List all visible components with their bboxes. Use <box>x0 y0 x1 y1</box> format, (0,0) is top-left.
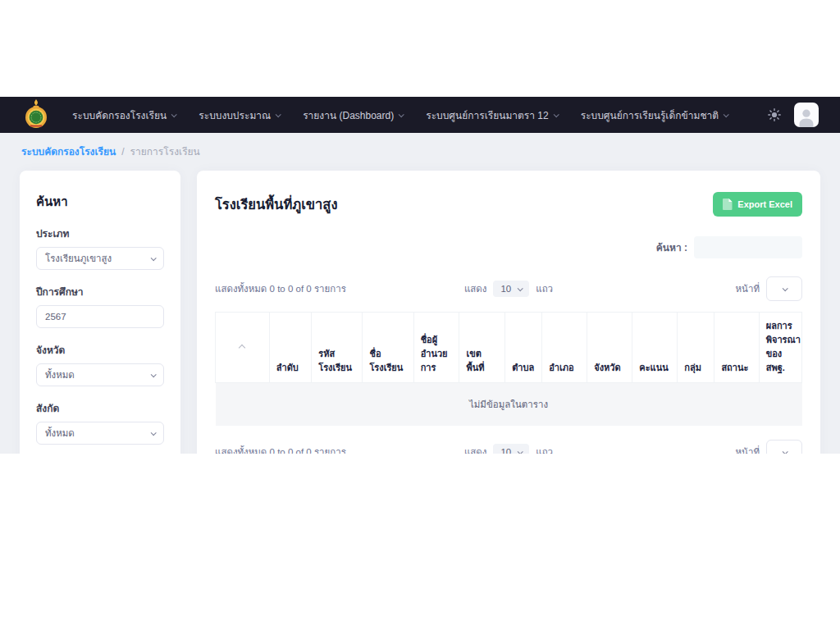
top-navbar: ระบบคัดกรองโรงเรียน ระบบงบประมาณ รายงาน … <box>0 97 840 133</box>
emblem-icon <box>22 98 50 131</box>
table-header-row: ลำดับ รหัส โรงเรียน ชื่อ โรงเรียน ชื่อผู… <box>216 313 802 383</box>
rows-per-page-value: 10 <box>500 447 511 454</box>
empty-table-message: ไม่มีข้อมูลในตาราง <box>216 383 802 427</box>
breadcrumb-parent-link[interactable]: ระบบคัดกรองโรงเรียน <box>21 144 116 159</box>
schools-table: ลำดับ รหัส โรงเรียน ชื่อ โรงเรียน ชื่อผู… <box>215 312 802 426</box>
breadcrumb-current: รายการโรงเรียน <box>130 144 200 159</box>
affiliation-select-value: ทั้งหมด <box>45 426 75 441</box>
letterbox-top <box>0 0 840 97</box>
menu-item-migrant-children-center[interactable]: ระบบศูนย์การเรียนรู้เด็กข้ามชาติ <box>581 107 728 123</box>
table-empty-row: ไม่มีข้อมูลในตาราง <box>216 383 802 427</box>
chevron-down-icon <box>276 112 281 117</box>
type-field-label: ประเภท <box>36 226 164 241</box>
menu-item-label: ระบบงบประมาณ <box>199 107 271 123</box>
table-info-row-bottom: แสดงทั้งหมด 0 to 0 of 0 รายการ แสดง 10 แ… <box>215 440 802 454</box>
menu-item-label: ระบบศูนย์การเรียนรู้เด็กข้ามชาติ <box>581 107 719 123</box>
theme-toggle-sun-icon[interactable] <box>768 108 781 121</box>
chevron-down-icon <box>399 112 404 117</box>
chevron-down-icon <box>518 449 523 454</box>
column-header-school-code[interactable]: รหัส โรงเรียน <box>312 313 363 383</box>
user-avatar[interactable] <box>794 103 819 127</box>
province-select-value: ทั้งหมด <box>45 368 75 382</box>
search-filter-panel: ค้นหา ประเภท โรงเรียนภูเขาสูง ปีการศึกษา… <box>20 171 180 454</box>
column-header-obec-result[interactable]: ผลการ พิจารณา ของ สพฐ. <box>759 313 801 383</box>
column-header-score[interactable]: คะแนน <box>632 313 678 383</box>
chevron-down-icon <box>724 112 729 117</box>
search-panel-title: ค้นหา <box>36 192 164 212</box>
chevron-down-icon <box>518 285 523 291</box>
menu-item-budget-system[interactable]: ระบบงบประมาณ <box>199 107 280 123</box>
chevron-down-icon <box>151 430 157 436</box>
menu-item-label: ระบบศูนย์การเรียนมาตรา 12 <box>426 107 549 123</box>
rows-per-page-prefix: แสดง <box>464 281 487 296</box>
province-select[interactable]: ทั้งหมด <box>36 363 164 386</box>
chevron-down-icon <box>553 112 559 117</box>
showing-entries-text: แสดงทั้งหมด 0 to 0 of 0 รายการ <box>215 445 464 454</box>
rows-per-page-value: 10 <box>500 284 511 294</box>
chevron-down-icon <box>782 285 788 291</box>
page-select[interactable] <box>766 276 802 301</box>
chevron-down-icon <box>151 372 157 377</box>
person-icon <box>796 106 817 127</box>
sort-caret-up-icon <box>239 344 245 350</box>
affiliation-select[interactable]: ทั้งหมด <box>36 422 164 445</box>
showing-entries-text: แสดงทั้งหมด 0 to 0 of 0 รายการ <box>215 281 464 296</box>
column-header-status[interactable]: สถานะ <box>714 313 759 383</box>
chevron-down-icon <box>782 449 788 454</box>
chevron-down-icon <box>171 112 177 117</box>
page-select-label: หน้าที่ <box>736 281 760 296</box>
province-field-label: จังหวัด <box>36 342 164 358</box>
menu-item-section12-center[interactable]: ระบบศูนย์การเรียนมาตรา 12 <box>426 107 558 123</box>
school-list-panel: โรงเรียนพื้นที่ภูเขาสูง Export Excel ค้น… <box>197 171 820 454</box>
file-icon <box>723 199 733 210</box>
page-select[interactable] <box>766 440 802 454</box>
rows-per-page-suffix: แถว <box>536 281 553 296</box>
type-select-value: โรงเรียนภูเขาสูง <box>45 251 112 266</box>
academic-year-input[interactable] <box>36 305 164 328</box>
ministry-emblem-logo[interactable] <box>21 98 51 131</box>
table-info-row-top: แสดงทั้งหมด 0 to 0 of 0 รายการ แสดง 10 แ… <box>215 276 802 301</box>
page-title: โรงเรียนพื้นที่ภูเขาสูง <box>215 194 337 215</box>
column-header-order[interactable]: ลำดับ <box>269 313 311 383</box>
column-header-school-name[interactable]: ชื่อ โรงเรียน <box>363 313 413 383</box>
column-header-province[interactable]: จังหวัด <box>587 313 632 383</box>
rows-per-page-select[interactable]: 10 <box>493 281 529 297</box>
table-search-label: ค้นหา : <box>656 240 687 255</box>
rows-per-page-prefix: แสดง <box>464 445 487 454</box>
chevron-down-icon <box>151 255 157 261</box>
export-excel-label: Export Excel <box>737 199 792 209</box>
page-content: ค้นหา ประเภท โรงเรียนภูเขาสูง ปีการศึกษา… <box>0 167 840 454</box>
rows-per-page-select[interactable]: 10 <box>493 444 529 454</box>
column-header-group[interactable]: กลุ่ม <box>678 313 714 383</box>
menu-item-screening-system[interactable]: ระบบคัดกรองโรงเรียน <box>72 107 176 123</box>
column-header-district[interactable]: อำเภอ <box>542 313 587 383</box>
sort-column-header[interactable] <box>216 313 270 383</box>
menu-item-label: ระบบคัดกรองโรงเรียน <box>72 107 167 123</box>
table-search-input[interactable] <box>694 236 802 258</box>
main-menu: ระบบคัดกรองโรงเรียน ระบบงบประมาณ รายงาน … <box>72 107 728 123</box>
breadcrumb: ระบบคัดกรองโรงเรียน / รายการโรงเรียน <box>0 133 840 167</box>
menu-item-label: รายงาน (Dashboard) <box>303 107 394 123</box>
column-header-director-name[interactable]: ชื่อผู้ อำนวย การ <box>413 313 459 383</box>
breadcrumb-separator: / <box>121 146 124 158</box>
column-header-subdistrict[interactable]: ตำบล <box>505 313 542 383</box>
column-header-area-zone[interactable]: เขต พื้นที่ <box>459 313 505 383</box>
rows-per-page-suffix: แถว <box>536 445 553 454</box>
app-viewport: ระบบคัดกรองโรงเรียน ระบบงบประมาณ รายงาน … <box>0 97 840 454</box>
affiliation-field-label: สังกัด <box>36 400 164 416</box>
academic-year-field-label: ปีการศึกษา <box>36 284 164 299</box>
menu-item-dashboard[interactable]: รายงาน (Dashboard) <box>303 107 403 123</box>
navbar-right-controls <box>768 103 819 127</box>
page-select-label: หน้าที่ <box>736 445 760 454</box>
export-excel-button[interactable]: Export Excel <box>713 192 802 217</box>
type-select[interactable]: โรงเรียนภูเขาสูง <box>36 247 164 270</box>
